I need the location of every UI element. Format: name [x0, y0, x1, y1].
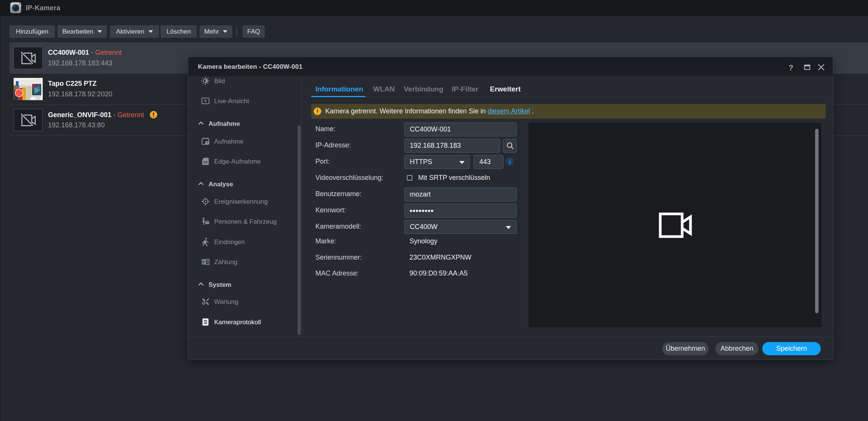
svg-text:7: 7 [206, 260, 209, 264]
svg-text:i: i [509, 158, 511, 166]
svg-text:SD: SD [203, 160, 208, 164]
svg-text:6: 6 [202, 260, 205, 264]
